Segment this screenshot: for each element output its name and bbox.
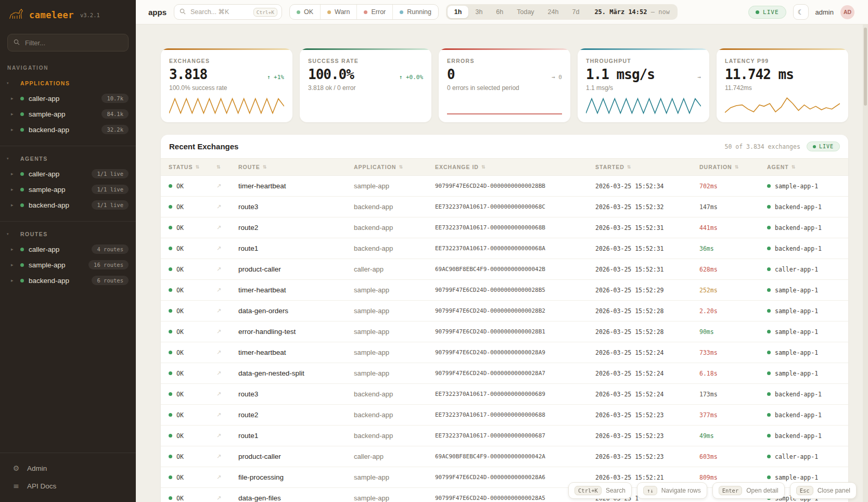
ok-dot-icon (169, 455, 172, 458)
column-header-started[interactable]: STARTED⇅ (595, 164, 699, 170)
route-cell: product-caller (238, 265, 354, 273)
open-exchange-link-icon[interactable]: ↗ (216, 266, 238, 273)
time-range-3h[interactable]: 3h (468, 6, 489, 18)
ok-dot-icon (169, 184, 172, 188)
time-range-24h[interactable]: 24h (541, 6, 566, 18)
time-range-7d[interactable]: 7d (565, 6, 586, 18)
sidebar-item-backend-app[interactable]: ▸ backend-app 6 routes (0, 273, 136, 288)
agent-dot-icon (767, 247, 771, 250)
exchange-id-cell: 90799F47E6CD24D-00000000000028A6 (435, 474, 595, 481)
status-cell: OK (169, 349, 216, 356)
status-filter-warn[interactable]: Warn (320, 5, 356, 19)
sidebar-filter[interactable] (7, 34, 129, 52)
sidebar-item-caller-app[interactable]: ▸ caller-app 1/1 live (0, 166, 136, 182)
global-search[interactable]: Ctrl+K (174, 4, 282, 20)
route-cell: file-processing (238, 473, 354, 481)
card-accent-bar (161, 48, 292, 50)
table-row[interactable]: OK ↗ data-gen-orders sample-app 90799F47… (161, 301, 848, 321)
open-exchange-link-icon[interactable]: ↗ (216, 495, 238, 501)
live-dot-icon (756, 10, 759, 14)
agent-dot-icon (767, 205, 771, 209)
sidebar-footer-api-docs[interactable]: ≡ API Docs (0, 477, 136, 495)
search-input[interactable] (189, 8, 247, 16)
agent-cell: sample-app-1 (767, 328, 848, 336)
table-row[interactable]: OK ↗ timer-heartbeat sample-app 90799F47… (161, 280, 848, 301)
table-row[interactable]: OK ↗ route2 backend-app EE7322370A10617-… (161, 217, 848, 238)
table-row[interactable]: OK ↗ product-caller caller-app 69AC90BF8… (161, 259, 848, 280)
caret-down-icon: ▾ (7, 157, 20, 161)
open-exchange-link-icon[interactable]: ↗ (216, 203, 238, 210)
column-header-route[interactable]: ROUTE⇅ (238, 164, 354, 170)
column-header-agent[interactable]: AGENT⇅ (767, 164, 848, 170)
column-header-duration[interactable]: DURATION⇅ (699, 164, 767, 170)
table-row[interactable]: OK ↗ route1 backend-app EE7322370A10617-… (161, 238, 848, 259)
open-exchange-link-icon[interactable]: ↗ (216, 224, 238, 231)
avatar[interactable]: AD (840, 5, 854, 19)
live-toggle[interactable]: LIVE (748, 6, 786, 19)
sidebar-footer-admin[interactable]: ⚙ Admin (0, 459, 136, 477)
sidebar-item-sample-app[interactable]: ▸ sample-app 84.1k (0, 106, 136, 122)
time-range-today[interactable]: Today (510, 6, 541, 18)
status-dot-icon (20, 263, 24, 267)
open-exchange-link-icon[interactable]: ↗ (216, 245, 238, 252)
sidebar-item-backend-app[interactable]: ▸ backend-app 32.2k (0, 122, 136, 137)
table-row[interactable]: OK ↗ error-handling-test sample-app 9079… (161, 321, 848, 342)
column-header-application[interactable]: APPLICATION⇅ (354, 164, 435, 170)
sidebar-item-backend-app[interactable]: ▸ backend-app 1/1 live (0, 197, 136, 213)
exchange-id-cell: 90799F47E6CD24D-00000000000028B1 (435, 328, 595, 335)
column-header-link[interactable]: ⇅ (216, 164, 238, 170)
status-filter-error[interactable]: Error (356, 5, 392, 19)
open-exchange-link-icon[interactable]: ↗ (216, 391, 238, 397)
started-cell: 2026-03-25 15:52:31 (595, 245, 699, 252)
ok-dot-icon (169, 247, 172, 250)
route-cell: data-gen-nested-split (238, 369, 354, 377)
scrollbar-thumb[interactable] (864, 28, 867, 106)
sidebar-section-header[interactable]: ▾ APPLICATIONS (0, 77, 136, 91)
table-row[interactable]: OK ↗ timer-heartbeat sample-app 90799F47… (161, 176, 848, 197)
sidebar-item-caller-app[interactable]: ▸ caller-app 4 routes (0, 241, 136, 257)
status-dot-icon (327, 10, 331, 14)
time-range-1h[interactable]: 1h (448, 6, 469, 18)
agent-cell: backend-app-1 (767, 203, 848, 211)
table-row[interactable]: OK ↗ product-caller caller-app 69AC90BF8… (161, 446, 848, 467)
open-exchange-link-icon[interactable]: ↗ (216, 453, 238, 460)
column-header-status[interactable]: STATUS⇅ (169, 164, 216, 170)
open-exchange-link-icon[interactable]: ↗ (216, 287, 238, 293)
time-range-display: 25. März 14:52 — now (586, 8, 676, 16)
sidebar-item-badge: 1/1 live (92, 169, 129, 178)
kpi-title: THROUGHPUT (586, 58, 701, 64)
open-exchange-link-icon[interactable]: ↗ (216, 349, 238, 356)
open-exchange-link-icon[interactable]: ↗ (216, 370, 238, 377)
table-row[interactable]: OK ↗ route3 backend-app EE7322370A10617-… (161, 384, 848, 405)
column-header-exchange-id[interactable]: EXCHANGE ID⇅ (435, 164, 595, 170)
table-row[interactable]: OK ↗ data-gen-nested-split sample-app 90… (161, 363, 848, 384)
open-exchange-link-icon[interactable]: ↗ (216, 183, 238, 189)
kpi-title: ERRORS (447, 58, 562, 64)
time-range-6h[interactable]: 6h (489, 6, 510, 18)
sidebar-item-caller-app[interactable]: ▸ caller-app 10.7k (0, 91, 136, 106)
ok-dot-icon (169, 205, 172, 209)
status-filter-ok[interactable]: OK (290, 5, 320, 19)
open-exchange-link-icon[interactable]: ↗ (216, 328, 238, 335)
filter-input[interactable] (24, 38, 122, 47)
status-filter-running[interactable]: Running (392, 5, 438, 19)
table-row[interactable]: OK ↗ timer-heartbeat sample-app 90799F47… (161, 342, 848, 363)
started-cell: 2026-03-25 15:52:21 (595, 474, 699, 481)
table-row[interactable]: OK ↗ route3 backend-app EE7322370A10617-… (161, 197, 848, 217)
duration-cell: 173ms (699, 391, 767, 398)
status-cell: OK (169, 495, 216, 502)
open-exchange-link-icon[interactable]: ↗ (216, 411, 238, 418)
theme-toggle-button[interactable]: ☾ (793, 4, 809, 20)
table-row[interactable]: OK ↗ route1 backend-app EE7322370A10617-… (161, 426, 848, 446)
kpi-cards-row: EXCHANGES 3.818 ↑ +1% 100.0% success rat… (161, 48, 848, 122)
open-exchange-link-icon[interactable]: ↗ (216, 307, 238, 314)
sidebar-item-sample-app[interactable]: ▸ sample-app 1/1 live (0, 182, 136, 197)
page-scrollbar[interactable] (863, 24, 868, 502)
open-exchange-link-icon[interactable]: ↗ (216, 474, 238, 481)
open-exchange-link-icon[interactable]: ↗ (216, 432, 238, 439)
sidebar-section-header[interactable]: ▾ AGENTS (0, 152, 136, 166)
table-row[interactable]: OK ↗ route2 backend-app EE7322370A10617-… (161, 405, 848, 426)
sidebar-section-header[interactable]: ▾ ROUTES (0, 228, 136, 241)
sidebar-item-sample-app[interactable]: ▸ sample-app 16 routes (0, 257, 136, 273)
sidebar-item-label: backend-app (29, 277, 69, 285)
